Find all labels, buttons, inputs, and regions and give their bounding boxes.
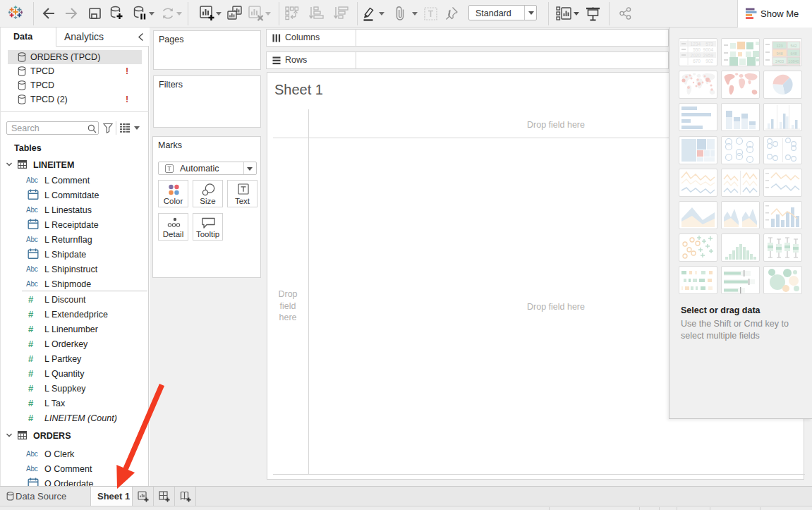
svg-text:1234: 1234 [691, 42, 701, 47]
svg-text:550: 550 [693, 47, 701, 52]
svg-text:670: 670 [693, 59, 701, 63]
svg-text:902: 902 [705, 59, 713, 63]
svg-text:2020: 2020 [691, 53, 701, 58]
svg-text:648: 648 [790, 51, 796, 56]
svg-text:9004: 9004 [703, 47, 714, 52]
svg-text:573: 573 [705, 42, 713, 47]
svg-text:123: 123 [776, 44, 782, 48]
svg-text:948: 948 [776, 51, 782, 56]
svg-text:542: 542 [790, 44, 796, 48]
svg-text:2959: 2959 [703, 53, 714, 58]
svg-text:2403: 2403 [775, 59, 784, 63]
svg-text:10840: 10840 [788, 59, 799, 63]
